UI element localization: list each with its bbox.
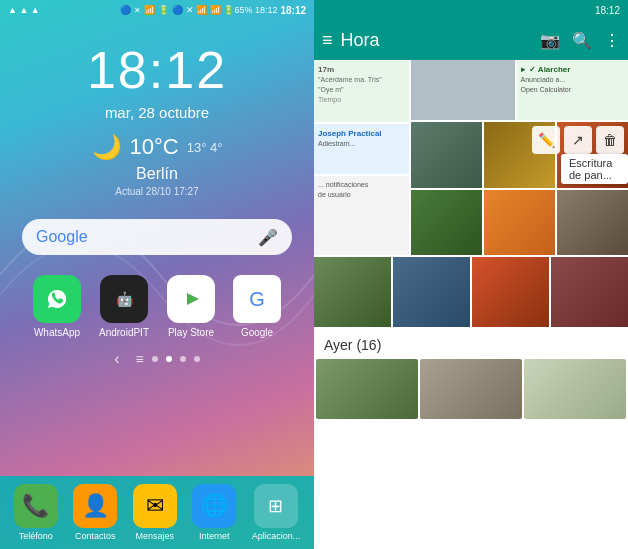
internet-label: Internet [199,531,230,541]
escritura-tooltip: Escritura de pan... [561,154,628,184]
dock-contactos[interactable]: 👤 Contactos [73,484,117,541]
nav-bar-icon: ≡ [136,351,144,367]
left-panel: ▲ ▲ ▲ 🔵 ✕ 📶 🔋 🔵 ✕ 📶 📶 🔋65% 18:12 18:12 1… [0,0,314,549]
photo-6[interactable] [557,190,628,256]
weather-minmax: 13° 4° [187,140,223,155]
status-bar-left: ▲ ▲ ▲ 🔵 ✕ 📶 🔋 🔵 ✕ 📶 📶 🔋65% 18:12 18:12 [0,0,314,20]
nav-dot-4 [194,356,200,362]
dock-aplicaciones[interactable]: ⊞ Aplicacion... [252,484,301,541]
clock: 18:12 [280,5,306,16]
mute-icon: ✕ [134,6,141,15]
androidpit-icon: 🤖 [100,275,148,323]
gallery-content: 17m "Acérdame ma. Tris" "Oye m" Tiempo J… [314,60,628,549]
google-icon: G [233,275,281,323]
camera-icon[interactable]: 📷 [540,31,560,50]
nav-dot-2 [166,356,172,362]
weather-update: Actual 28/10 17:27 [115,186,198,197]
right-status: 🔵 ✕ 📶 🔋 🔵 ✕ 📶 📶 🔋65% 18:12 18:12 [120,5,306,16]
telefono-icon: 📞 [14,484,58,528]
playstore-label: Play Store [168,327,214,338]
photo-1[interactable] [411,122,482,188]
mensajes-label: Mensajes [135,531,174,541]
thumb-small-1 [411,60,515,120]
status-bar-right: 18:12 [314,0,628,20]
card-1: 17m "Acérdame ma. Tris" "Oye m" Tiempo [314,60,409,122]
info-card: ▸ ✓ Alarcher Anunciado a... Open Calcula… [517,60,629,120]
contactos-label: Contactos [75,531,116,541]
top-section: 17m "Acérdame ma. Tris" "Oye m" Tiempo J… [314,60,628,255]
bottom-thumbs [314,357,628,421]
photo-7[interactable] [314,257,391,327]
dock-telefono[interactable]: 📞 Teléfono [14,484,58,541]
dock-mensajes[interactable]: ✉ Mensajes [133,484,177,541]
aplicaciones-label: Aplicacion... [252,531,301,541]
status-icons-left: ▲ ▲ ▲ [8,5,40,15]
more-icon[interactable]: ⋮ [604,31,620,50]
card-2: Joseph Practical Adiestram... [314,124,409,174]
weather-city: Berlín [136,165,178,183]
more-photos-row [314,255,628,329]
app-playstore[interactable]: Play Store [167,275,215,338]
photo-5[interactable] [484,190,555,256]
app-androidpit[interactable]: 🤖 AndroidPIT [99,275,149,338]
nav-dot-1 [152,356,158,362]
bottom-dock: 📞 Teléfono 👤 Contactos ✉ Mensajes 🌐 Inte… [0,476,314,549]
bottom-thumb-1[interactable] [316,359,418,419]
bluetooth-icon: 🔵 [120,5,131,15]
playstore-icon [167,275,215,323]
mensajes-icon: ✉ [133,484,177,528]
androidpit-label: AndroidPIT [99,327,149,338]
apps-grid: WhatsApp 🤖 AndroidPIT Play Store [33,275,281,338]
aplicaciones-icon: ⊞ [254,484,298,528]
battery-percent: 🔵 ✕ 📶 📶 🔋65% 18:12 [172,5,277,15]
delete-btn[interactable]: 🗑 [596,126,624,154]
card-3: ... notificaciones de usuario [314,176,409,255]
search-bar[interactable]: Google 🎤 [22,219,292,255]
photo-9[interactable] [472,257,549,327]
bottom-thumb-2[interactable] [420,359,522,419]
edit-btn[interactable]: ✏️ [532,126,560,154]
google-app-label: Google [241,327,273,338]
page-title: Hora [341,30,532,51]
left-text-col: 17m "Acérdame ma. Tris" "Oye m" Tiempo J… [314,60,409,255]
section-header-ayer: Ayer (16) [314,329,628,357]
share-btn[interactable]: ↗ [564,126,592,154]
photo-8[interactable] [393,257,470,327]
action-bar: ✏️ ↗ 🗑 [532,126,624,154]
svg-text:G: G [249,288,265,310]
internet-icon: 🌐 [192,484,236,528]
back-arrow[interactable]: ‹ [114,350,119,368]
hamburger-icon[interactable]: ≡ [322,30,333,51]
nav-dot-3 [180,356,186,362]
bottom-thumb-3[interactable] [524,359,626,419]
top-bar-icons: 📷 🔍 ⋮ [540,31,620,50]
search-icon[interactable]: 🔍 [572,31,592,50]
nav-dots: ‹ ≡ [114,350,200,368]
right-photo-area: ▸ ✓ Alarcher Anunciado a... Open Calcula… [411,60,628,255]
photo-3-container: ✏️ ↗ 🗑 Escritura de pan... [557,122,628,188]
right-status-time: 18:12 [595,5,620,16]
top-bar: ≡ Hora 📷 🔍 ⋮ [314,20,628,60]
signal-icon: ▲ ▲ ▲ [8,5,40,15]
google-label: Google [36,228,88,246]
telefono-label: Teléfono [19,531,53,541]
mic-icon[interactable]: 🎤 [258,228,278,247]
photo-10[interactable] [551,257,628,327]
top-right-row: ▸ ✓ Alarcher Anunciado a... Open Calcula… [411,60,628,120]
time-display: 18:12 [87,40,227,100]
dock-internet[interactable]: 🌐 Internet [192,484,236,541]
date-display: mar, 28 octubre [105,104,209,121]
whatsapp-label: WhatsApp [34,327,80,338]
weather-icon: 🌙 [92,133,122,161]
weather-section: 🌙 10°C 13° 4° Berlín Actual 28/10 17:27 [92,133,223,197]
contactos-icon: 👤 [73,484,117,528]
battery-icon: 🔋 [158,5,169,15]
right-panel: 18:12 ≡ Hora 📷 🔍 ⋮ 17m "Acérdame ma. Tri… [314,0,628,549]
photo-4[interactable] [411,190,482,256]
app-whatsapp[interactable]: WhatsApp [33,275,81,338]
signal-bars: 📶 [144,5,155,15]
weather-main: 🌙 10°C 13° 4° [92,133,223,161]
app-google[interactable]: G Google [233,275,281,338]
weather-temp: 10°C [130,134,179,160]
whatsapp-icon [33,275,81,323]
